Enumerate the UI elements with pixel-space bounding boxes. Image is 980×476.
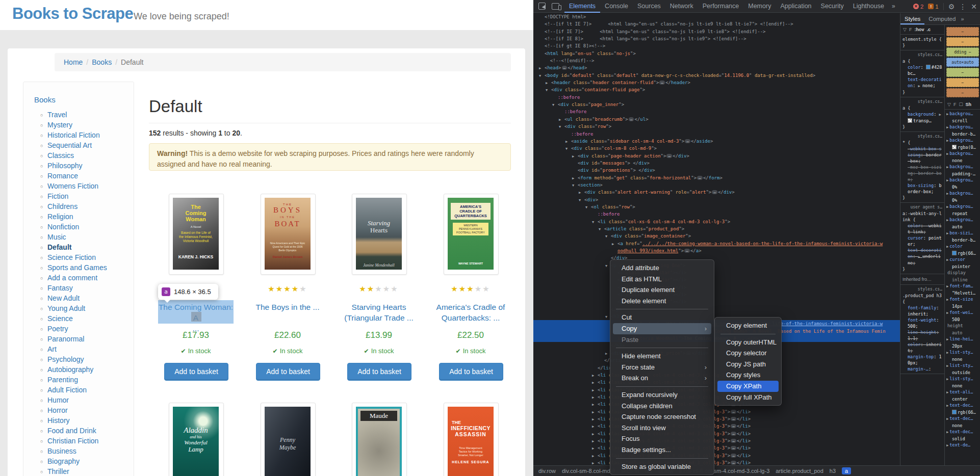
sidebar-item-psychology[interactable]: ○Psychology bbox=[40, 355, 130, 365]
product-cover-image[interactable]: AMERICA'S CRADLE OF QUARTERBACKSWESTERN … bbox=[448, 198, 494, 270]
collapse-arrow-icon[interactable]: ▼ bbox=[605, 233, 611, 240]
color-swatch[interactable] bbox=[926, 65, 931, 69]
computed-property[interactable]: ▶backgrou…rgba(0… bbox=[946, 137, 980, 150]
dom-tree-row[interactable]: </p> bbox=[533, 306, 900, 313]
dom-tree-row[interactable]: <i class="icon-star"></i> bbox=[533, 291, 900, 298]
filter-funnel-icon[interactable]: ▽ bbox=[903, 27, 907, 33]
sidebar-item-business[interactable]: ○Business bbox=[40, 447, 130, 457]
css-property[interactable]: font-family: inherit; bbox=[902, 305, 942, 317]
context-menu-item-copy[interactable]: Copy› bbox=[613, 323, 711, 334]
expand-arrow-icon[interactable]: ▶ bbox=[592, 401, 598, 408]
css-property[interactable]: background: ▶ transp… bbox=[902, 111, 942, 124]
context-menu-item-cut[interactable]: Cut bbox=[613, 312, 711, 323]
context-menu-item-focus[interactable]: Focus bbox=[613, 433, 711, 444]
sidebar-item-young-adult[interactable]: ○Young Adult bbox=[40, 304, 130, 314]
issues-badge[interactable]: !1 bbox=[928, 4, 938, 10]
dom-tree-row[interactable]: <!--[if IE 7]> <html lang="en-us" class=… bbox=[533, 28, 900, 35]
computed-property[interactable]: ▶backgrou…repeat bbox=[946, 203, 980, 217]
sidebar-item-travel[interactable]: ○Travel bbox=[40, 111, 130, 121]
computed-property[interactable]: displayinline bbox=[946, 270, 980, 283]
stylesheet-link[interactable]: styles.cs… bbox=[902, 99, 942, 105]
collapsed-content-ellipsis[interactable]: … bbox=[731, 417, 736, 421]
styles-filter-bar[interactable]: ▽ F :hov .c bbox=[900, 24, 944, 35]
dom-tree-row[interactable]: ▼<p class="star-rating One"> bbox=[533, 262, 900, 269]
site-logo[interactable]: Books to Scrape bbox=[12, 5, 133, 23]
computed-property[interactable]: ▶cursorpointer bbox=[946, 256, 980, 270]
devtools-tab-sources[interactable]: Sources bbox=[633, 0, 665, 13]
css-property[interactable]: color: inherit; bbox=[902, 341, 942, 354]
expand-arrow-icon[interactable]: ▶ bbox=[592, 431, 598, 438]
context-menu-item-duplicate-element[interactable]: Duplicate element bbox=[613, 284, 711, 296]
collapse-arrow-icon[interactable]: ▼ bbox=[585, 204, 591, 211]
sidebar-item-fantasy[interactable]: ○Fantasy bbox=[40, 284, 130, 294]
element-crumb-div-row[interactable]: div.row bbox=[538, 468, 556, 474]
computed-property[interactable]: ▶text-de… bbox=[946, 442, 980, 449]
collapsed-content-ellipsis[interactable]: … bbox=[684, 249, 690, 253]
box-model-bar[interactable]: − bbox=[946, 88, 979, 97]
submenu-item-copy-element[interactable]: Copy element bbox=[717, 320, 779, 331]
submenu-item-copy-full-xpath[interactable]: Copy full XPath bbox=[717, 392, 779, 403]
css-property[interactable]: -webkit-box-sizing: border-box; bbox=[902, 146, 942, 164]
submenu-item-copy-selector[interactable]: Copy selector bbox=[717, 348, 779, 359]
sidebar-item-new-adult[interactable]: ○New Adult bbox=[40, 294, 130, 304]
submenu-item-copy-styles[interactable]: Copy styles bbox=[717, 369, 779, 381]
expand-arrow-icon[interactable]: ▶ bbox=[546, 80, 551, 87]
computed-property[interactable]: ▶text-dec…rgb(66… bbox=[946, 402, 980, 415]
product-cover-image[interactable]: The Coming WomanA NovelBased on the Life… bbox=[173, 198, 219, 270]
expand-arrow-icon[interactable]: ▶ bbox=[539, 65, 545, 72]
breadcrumb-item-books[interactable]: Books bbox=[92, 58, 112, 66]
computed-filter-bar[interactable]: ▽ F ☐ Sh bbox=[945, 99, 980, 110]
css-property[interactable]: cursor: pointer; bbox=[902, 235, 942, 247]
box-model-bar[interactable]: − bbox=[946, 37, 979, 46]
dom-tree-row[interactable]: ▼<ol class="row"> bbox=[533, 203, 900, 210]
sidebar-item-adult-fiction[interactable]: ○Adult Fiction bbox=[40, 386, 130, 396]
expand-arrow-icon[interactable]: ▶ bbox=[565, 138, 571, 145]
dom-tree-row[interactable]: <!--[if IE 8]> <html lang="en-us" class=… bbox=[533, 35, 900, 42]
expand-arrow-icon[interactable]: ▶ bbox=[592, 379, 598, 386]
dom-tree-row[interactable]: ▼<div class="col-sm-8 col-md-9"> bbox=[533, 145, 900, 152]
sidebar-item-parenting[interactable]: ○Parenting bbox=[40, 376, 130, 386]
product-cover-image[interactable]: PennyMaybe bbox=[265, 407, 311, 476]
dom-tree-row[interactable]: ▶<head>…</head> bbox=[533, 64, 900, 71]
expand-arrow-icon[interactable]: ▶ bbox=[592, 438, 598, 445]
dom-tree-row[interactable]: <!DOCTYPE html> bbox=[533, 13, 900, 20]
product-title-link[interactable]: America's Cradle ofQuarterbacks: ... bbox=[433, 302, 508, 323]
product-title-link[interactable]: Starving Hearts(Triangular Trade ... bbox=[341, 302, 417, 323]
add-to-basket-button[interactable]: Add to basket bbox=[347, 363, 411, 381]
expand-arrow-icon[interactable]: ▶ bbox=[592, 460, 598, 465]
dom-tree-row[interactable]: <!--[if gt IE 8]><!--> bbox=[533, 42, 900, 49]
dom-tree-row[interactable]: ▶<form method="get" class="form-horizont… bbox=[533, 174, 900, 181]
dom-tree-row[interactable]: ▼<div class="container-fluid page"> bbox=[533, 86, 900, 93]
sidebar-item-womens-fiction[interactable]: ○Womens Fiction bbox=[40, 182, 130, 192]
css-property[interactable]: color: #428bc… bbox=[902, 64, 942, 76]
submenu-item-copy-outerhtml[interactable]: Copy outerHTML bbox=[717, 337, 779, 348]
collapsed-content-ellipsis[interactable]: … bbox=[731, 432, 736, 436]
collapsed-content-ellipsis[interactable]: … bbox=[712, 190, 717, 194]
class-toggle[interactable]: .c bbox=[926, 27, 931, 33]
css-property[interactable]: margin-top: 10px; bbox=[902, 354, 942, 366]
expand-arrow-icon[interactable]: ▶ bbox=[592, 394, 598, 401]
devtools-tab-memory[interactable]: Memory bbox=[743, 0, 776, 13]
css-property[interactable]: text-decoration: ▶ underline; bbox=[902, 247, 942, 266]
expand-arrow-icon[interactable]: ▶ bbox=[592, 409, 598, 416]
sidebar-item-sports-and-games[interactable]: ○Sports and Games bbox=[40, 263, 130, 274]
context-menu-item-break-on[interactable]: Break on› bbox=[613, 373, 711, 384]
devtools-tab-elements[interactable]: Elements bbox=[564, 0, 600, 13]
rule-selector[interactable]: .product_pod h3 { bbox=[902, 293, 942, 305]
dom-tree-row[interactable]: ▶<a href="../../../the-coming-woman-a-no… bbox=[533, 240, 900, 247]
computed-property[interactable]: ▶backgrou…0% bbox=[946, 177, 980, 190]
sidebar-item-history[interactable]: ○History bbox=[40, 416, 130, 427]
rule-selector[interactable]: a { bbox=[902, 105, 942, 111]
sidebar-item-historical-fiction[interactable]: ○Historical Fiction bbox=[40, 131, 130, 141]
dom-tree-row[interactable]: ::before bbox=[533, 210, 900, 218]
collapsed-content-ellipsis[interactable]: … bbox=[666, 154, 672, 158]
dom-tree-row[interactable]: oodhull_993/index.html">…</a> bbox=[533, 247, 900, 254]
box-model-bar[interactable]: − bbox=[946, 68, 979, 77]
dom-tree-row[interactable]: ▶<li class="col-xs-6 col-sm-4 col-md-3 c… bbox=[533, 459, 900, 465]
sidebar-more-tabs-icon[interactable]: » bbox=[961, 16, 964, 22]
css-property[interactable]: font-weight: 500; bbox=[902, 317, 942, 329]
product-cover-image[interactable]: THEINEFFICIENCYASSASSINTime Management T… bbox=[448, 407, 494, 476]
element-crumb-div-col-sm-8-col-md-9[interactable]: div.col-sm-8.col-md-9 bbox=[562, 468, 615, 474]
sidebar-item-poetry[interactable]: ○Poetry bbox=[40, 325, 130, 335]
context-menu-item-force-state[interactable]: Force state› bbox=[613, 362, 711, 373]
